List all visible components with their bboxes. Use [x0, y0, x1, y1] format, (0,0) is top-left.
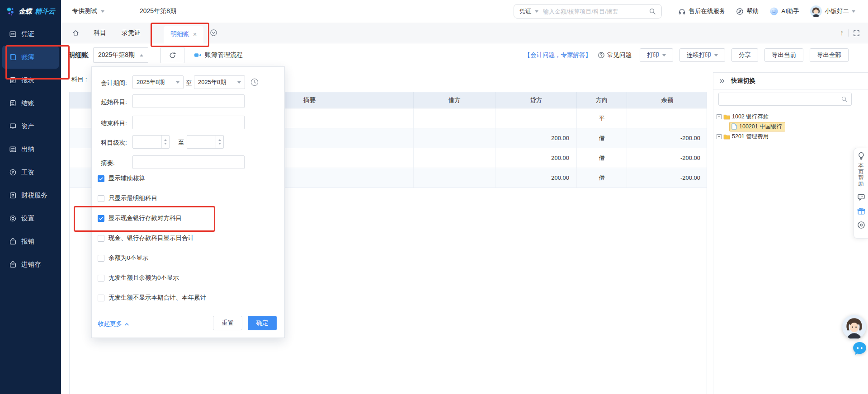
tab-history-dropdown-icon[interactable]	[210, 29, 217, 37]
confirm-button[interactable]: 确定	[248, 316, 277, 330]
collapse-toolbar-icon[interactable]	[857, 221, 865, 229]
page-help-bulb-icon[interactable]	[857, 152, 865, 160]
chat-bubble-icon[interactable]	[852, 341, 868, 356]
tab-voucher-entry[interactable]: 录凭证	[114, 29, 148, 37]
logo-text-secondary: 精斗云	[35, 7, 55, 16]
sidebar-item-reimburse[interactable]: 报销	[0, 230, 61, 253]
column-header-balance[interactable]: 余额	[627, 92, 708, 108]
end-subject-input[interactable]	[132, 116, 245, 129]
sidebar-item-label: 出纳	[21, 145, 34, 154]
app-window: 金蝶精斗云 凭证 账簿 报表 结账 资产 出纳 工资	[0, 0, 868, 394]
checkbox-cash-bank-daily-total[interactable]: 现金、银行存款科目显示日合计	[98, 234, 194, 243]
checkbox-unchecked-icon[interactable]	[98, 235, 104, 242]
divider	[857, 218, 865, 218]
tree-search-input[interactable]	[722, 96, 841, 103]
collapse-node-icon[interactable]	[717, 114, 722, 119]
workspace-switcher[interactable]: 专供测试	[72, 7, 97, 15]
search-icon[interactable]	[841, 96, 848, 103]
checkbox-unchecked-icon[interactable]	[98, 295, 104, 301]
level-to-stepper[interactable]	[187, 135, 224, 149]
share-button[interactable]: 分享	[731, 48, 758, 62]
collapse-panel-icon[interactable]	[719, 78, 726, 84]
ledger-flow-link[interactable]: 账簿管理流程	[193, 51, 243, 59]
sidebar-item-inventory[interactable]: 进销存	[0, 253, 61, 276]
tab-subjects[interactable]: 科目	[86, 29, 114, 37]
step-down-icon[interactable]	[164, 143, 167, 145]
ai-assistant-link[interactable]: AI助手	[769, 7, 799, 16]
checkbox-unchecked-icon[interactable]	[98, 255, 104, 262]
help-compass-icon	[736, 8, 744, 15]
online-service-link[interactable]: 售后在线服务	[678, 7, 725, 15]
feedback-chat-icon[interactable]	[857, 193, 865, 201]
to-label: 至	[178, 139, 184, 147]
search-input[interactable]	[542, 8, 645, 15]
period-selector[interactable]: 2025年第8期	[93, 47, 148, 63]
export-current-button[interactable]: 导出当前	[764, 48, 803, 62]
search-category-selector[interactable]: 凭证	[519, 7, 531, 15]
tree-node-admin-expense[interactable]: 5201 管理费用	[717, 131, 769, 141]
close-tab-icon[interactable]: ×	[193, 31, 197, 38]
step-up-icon[interactable]	[218, 139, 221, 141]
sidebar-item-closing[interactable]: 结账	[0, 92, 61, 115]
export-all-button[interactable]: 导出全部	[810, 48, 849, 62]
collapse-more-link[interactable]: 收起更多	[98, 320, 129, 328]
checkbox-checked-icon[interactable]	[98, 215, 104, 222]
logo-text-primary: 金蝶	[19, 7, 32, 16]
refresh-button[interactable]	[160, 47, 184, 63]
checkbox-hide-no-activity-zero-balance[interactable]: 无发生额且余额为0不显示	[98, 273, 179, 282]
tab-detail-ledger[interactable]: 明细账 ×	[164, 26, 203, 43]
level-from-stepper[interactable]	[132, 135, 170, 149]
app-logo[interactable]: 金蝶精斗云	[0, 0, 61, 23]
checkbox-show-cash-bank-counterpart[interactable]: 显示现金银行存款对方科目	[98, 214, 182, 223]
print-button[interactable]: 打印	[640, 48, 673, 62]
step-up-icon[interactable]	[164, 139, 167, 141]
sidebar-item-reports[interactable]: 报表	[0, 69, 61, 92]
checkbox-only-leaf-subjects[interactable]: 只显示最明细科目	[98, 194, 157, 203]
continuous-print-button[interactable]: 连续打印	[679, 48, 725, 62]
sidebar-item-voucher[interactable]: 凭证	[0, 23, 61, 46]
sidebar-item-tax-service[interactable]: 财税服务	[0, 184, 61, 207]
summary-input[interactable]	[132, 155, 245, 169]
assistant-avatar[interactable]	[842, 315, 866, 339]
fullscreen-icon[interactable]	[853, 30, 860, 37]
faq-link[interactable]: 常见问题	[598, 51, 632, 59]
column-header-direction[interactable]: 方向	[577, 92, 627, 108]
checkbox-hide-zero-balance[interactable]: 余额为0不显示	[98, 253, 149, 263]
search-icon[interactable]	[649, 8, 656, 15]
column-header-debit[interactable]: 借方	[414, 92, 495, 108]
end-subject-label: 结束科目:	[101, 119, 127, 127]
home-tab-icon[interactable]	[72, 29, 80, 37]
tree-node-bank-deposit[interactable]: 1002 银行存款	[717, 112, 769, 122]
gift-icon[interactable]	[857, 207, 865, 215]
page-help-label[interactable]: 本页帮助	[858, 163, 864, 187]
chevron-up-icon	[140, 54, 143, 56]
column-header-summary[interactable]: 摘要	[287, 92, 414, 108]
inventory-icon	[9, 261, 17, 268]
period-to-select[interactable]: 2025年8期	[194, 75, 245, 89]
expand-node-icon[interactable]	[717, 134, 722, 139]
tree-node-bank-of-china[interactable]: 100201 中国银行	[729, 122, 785, 131]
checkbox-checked-icon[interactable]	[98, 175, 104, 182]
selected-tree-node[interactable]: 100201 中国银行	[729, 122, 785, 131]
step-down-icon[interactable]	[218, 143, 221, 145]
checkbox-unchecked-icon[interactable]	[98, 195, 104, 202]
period-from-select[interactable]: 2025年8期	[132, 75, 184, 89]
checkbox-show-auxiliary[interactable]: 显示辅助核算	[98, 174, 145, 183]
sidebar-item-assets[interactable]: 资产	[0, 115, 61, 138]
expert-answer-link[interactable]: 【会计问题，专家解答】	[524, 51, 592, 59]
sidebar-item-settings[interactable]: 设置	[0, 207, 61, 230]
sidebar-item-label: 进销存	[21, 260, 41, 269]
help-link[interactable]: 帮助	[736, 7, 759, 15]
start-subject-input[interactable]	[132, 94, 245, 108]
reset-button[interactable]: 重置	[213, 316, 242, 330]
user-menu[interactable]: 小饭好二	[810, 5, 855, 17]
clock-icon[interactable]	[250, 78, 259, 87]
checkbox-hide-no-activity-totals[interactable]: 无发生额不显示本期合计、本年累计	[98, 293, 206, 302]
sidebar-item-label: 结账	[21, 99, 34, 108]
column-header-credit[interactable]: 贷方	[495, 92, 577, 108]
checkbox-unchecked-icon[interactable]	[98, 275, 104, 281]
sidebar-item-salary[interactable]: 工资	[0, 161, 61, 184]
scroll-top-icon[interactable]: ↑	[840, 29, 844, 37]
sidebar-item-cashier[interactable]: 出纳	[0, 138, 61, 161]
sidebar-item-ledger[interactable]: 账簿	[2, 46, 59, 69]
